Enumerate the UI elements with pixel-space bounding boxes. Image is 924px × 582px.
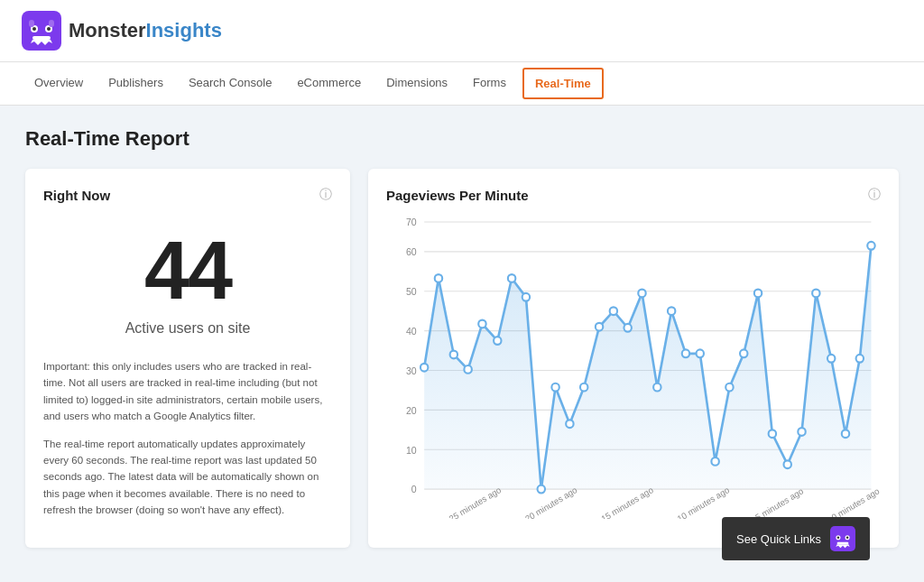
svg-rect-7 <box>49 20 54 27</box>
cards-row: Right Now ⓘ 44 Active users on site Impo… <box>25 169 899 548</box>
svg-text:60: 60 <box>406 246 417 257</box>
logo-insights: Insights <box>146 19 222 42</box>
active-users-label: Active users on site <box>43 320 332 337</box>
svg-point-4 <box>47 27 51 31</box>
svg-marker-30 <box>424 245 871 489</box>
svg-rect-6 <box>29 20 34 27</box>
pageviews-info-icon[interactable]: ⓘ <box>868 187 881 203</box>
right-now-info-icon[interactable]: ⓘ <box>319 187 332 203</box>
svg-text:50: 50 <box>406 286 417 297</box>
svg-text:30: 30 <box>406 365 417 376</box>
logo: MonsterInsights <box>22 11 222 51</box>
right-now-desc2: The real-time report automatically updat… <box>43 436 332 519</box>
pageviews-title: Pageviews Per Minute <box>386 188 529 203</box>
svg-point-3 <box>32 27 36 31</box>
svg-text:40: 40 <box>406 326 417 337</box>
svg-text:10 minutes ago: 10 minutes ago <box>676 485 731 519</box>
svg-point-36 <box>494 337 501 345</box>
svg-rect-63 <box>830 526 855 551</box>
right-now-title: Right Now <box>43 188 110 203</box>
svg-point-38 <box>522 293 530 301</box>
svg-point-35 <box>478 320 485 328</box>
svg-point-42 <box>580 383 587 392</box>
svg-point-41 <box>566 420 573 428</box>
svg-point-60 <box>842 430 849 438</box>
svg-point-50 <box>697 349 704 357</box>
right-now-card: Right Now ⓘ 44 Active users on site Impo… <box>25 169 350 548</box>
svg-text:15 minutes ago: 15 minutes ago <box>599 485 654 519</box>
svg-point-45 <box>624 324 631 332</box>
pageviews-card: Pageviews Per Minute ⓘ 0 <box>368 169 899 548</box>
logo-text: MonsterInsights <box>69 19 222 42</box>
header: MonsterInsights <box>0 0 924 62</box>
svg-point-40 <box>551 383 559 392</box>
svg-text:0 minutes ago: 0 minutes ago <box>830 485 881 519</box>
svg-point-39 <box>538 485 545 494</box>
svg-point-62 <box>867 242 874 250</box>
nav-overview[interactable]: Overview <box>22 65 96 102</box>
svg-point-37 <box>508 274 515 282</box>
svg-text:25 minutes ago: 25 minutes ago <box>448 485 503 519</box>
svg-point-54 <box>754 290 762 298</box>
svg-text:10: 10 <box>406 444 417 455</box>
svg-point-55 <box>769 430 776 438</box>
nav: Overview Publishers Search Console eComm… <box>0 62 924 106</box>
svg-point-52 <box>725 383 733 392</box>
svg-point-48 <box>668 307 675 315</box>
right-now-desc1: Important: this only includes users who … <box>43 358 332 425</box>
svg-rect-5 <box>32 36 51 40</box>
chart-svg: 0 10 20 30 40 50 60 70 25 minutes ago 20… <box>386 212 881 519</box>
svg-text:5 minutes ago: 5 minutes ago <box>753 485 805 519</box>
svg-point-59 <box>827 355 835 363</box>
svg-point-34 <box>464 365 471 374</box>
svg-point-67 <box>846 536 849 539</box>
svg-point-31 <box>420 364 428 372</box>
nav-dimensions[interactable]: Dimensions <box>374 65 460 102</box>
svg-point-47 <box>653 383 661 392</box>
svg-rect-0 <box>22 11 61 51</box>
svg-point-58 <box>812 290 819 298</box>
page-title: Real-Time Report <box>25 127 899 151</box>
svg-text:20: 20 <box>406 405 417 416</box>
nav-forms[interactable]: Forms <box>460 65 519 102</box>
active-users-number: 44 <box>43 230 332 311</box>
svg-point-51 <box>711 457 718 466</box>
svg-point-43 <box>596 323 603 331</box>
svg-point-61 <box>856 355 864 363</box>
quick-links-button[interactable]: See Quick Links <box>722 517 870 560</box>
svg-point-44 <box>610 307 617 315</box>
nav-publishers[interactable]: Publishers <box>96 65 176 102</box>
svg-rect-68 <box>837 542 849 545</box>
quick-links-label: See Quick Links <box>736 532 821 546</box>
nav-ecommerce[interactable]: eCommerce <box>284 65 374 102</box>
logo-monster: Monster <box>69 19 146 42</box>
right-now-header: Right Now ⓘ <box>43 187 332 203</box>
svg-text:20 minutes ago: 20 minutes ago <box>523 485 578 519</box>
svg-point-56 <box>784 460 791 468</box>
monster-quick-icon <box>830 526 855 551</box>
pageviews-header: Pageviews Per Minute ⓘ <box>386 187 881 203</box>
pageviews-chart: 0 10 20 30 40 50 60 70 25 minutes ago 20… <box>386 212 881 519</box>
svg-point-32 <box>435 274 442 282</box>
nav-real-time[interactable]: Real-Time <box>522 68 604 99</box>
page-content: Real-Time Report Right Now ⓘ 44 Active u… <box>0 106 924 569</box>
svg-point-57 <box>798 428 805 436</box>
svg-point-53 <box>740 349 747 357</box>
nav-search-console[interactable]: Search Console <box>176 65 285 102</box>
svg-text:70: 70 <box>406 217 417 227</box>
svg-point-66 <box>837 536 840 539</box>
svg-text:0: 0 <box>411 484 417 494</box>
svg-point-33 <box>450 351 457 359</box>
svg-point-49 <box>682 349 689 357</box>
svg-point-46 <box>638 290 645 298</box>
monster-logo-icon <box>22 11 61 51</box>
